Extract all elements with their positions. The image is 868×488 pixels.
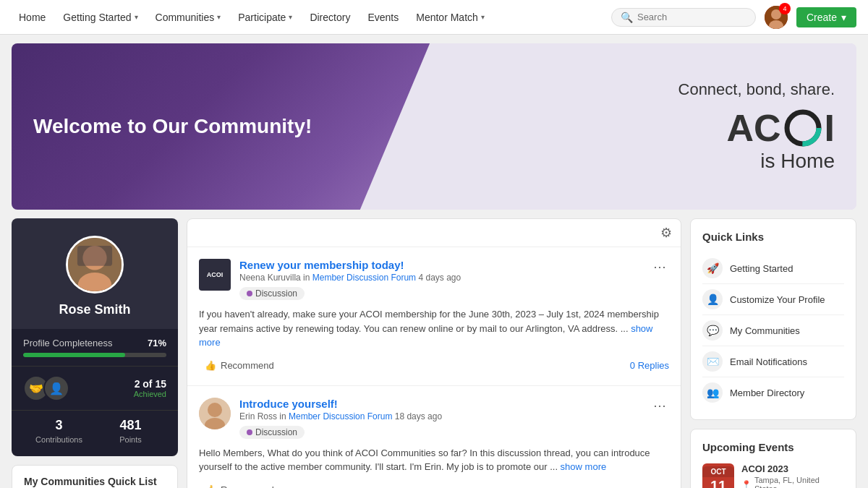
search-input[interactable] — [637, 12, 746, 22]
quick-link-label: Email Notifications — [730, 356, 807, 367]
event-date-badge: OCT 11 — [702, 463, 734, 488]
quick-link-label: Customize Your Profile — [730, 294, 825, 305]
post-body: Hello Members, What do you think of ACOI… — [199, 446, 669, 474]
post-meta: Renew your membership today! Neena Kuruv… — [239, 259, 642, 300]
search-box[interactable]: 🔍 — [611, 8, 756, 27]
quick-link-my-communities[interactable]: 💬 My Communities — [702, 315, 844, 346]
quick-link-customize-profile[interactable]: 👤 Customize Your Profile — [702, 284, 844, 315]
replies-link[interactable]: 0 Replies — [630, 360, 669, 371]
post-subtitle: Neena Kuruvilla in Member Discussion For… — [239, 273, 642, 283]
post-tag: Discussion — [239, 426, 305, 439]
center-feed: ⚙ ACOI Renew your membership today! Neen… — [187, 218, 681, 488]
badges-achieved-label: Achieved — [75, 390, 166, 398]
profile-contributions: 3 Contributions 481 Points — [12, 410, 178, 456]
hero-subtitle: is Home — [760, 150, 835, 173]
show-more-link[interactable]: show more — [199, 323, 652, 348]
feed-container: ⚙ ACOI Renew your membership today! Neen… — [187, 218, 681, 488]
event-location: 📍 Tampa, FL, United States — [741, 476, 844, 488]
event-month: OCT — [702, 466, 734, 477]
nav-communities[interactable]: Communities ▾ — [148, 7, 229, 27]
recommend-button[interactable]: 👍 Recommend — [199, 357, 280, 374]
create-label: Create — [807, 12, 837, 23]
forum-link[interactable]: Member Discussion Forum — [312, 273, 416, 283]
quick-links-card: Quick Links 🚀 Getting Started 👤 Customiz… — [690, 218, 856, 420]
chevron-down-icon: ▾ — [135, 13, 138, 21]
completeness-percentage: 71% — [148, 338, 166, 348]
profile-completeness-section: Profile Completeness 71% — [12, 329, 178, 366]
profile-stats: 🤝 👤 2 of 15 Achieved — [12, 366, 178, 410]
profile-name: Rose Smith — [59, 302, 130, 317]
notification-badge: 4 — [779, 3, 791, 14]
email-notifications-icon: ✉️ — [702, 351, 723, 372]
quick-link-label: My Communities — [730, 325, 800, 336]
badge-icon-2: 👤 — [43, 375, 69, 401]
contributions-label: Contributions — [35, 435, 82, 444]
profile-card: Rose Smith — [12, 218, 178, 329]
quick-link-getting-started[interactable]: 🚀 Getting Started — [702, 253, 844, 284]
search-icon: 🔍 — [621, 12, 633, 23]
quick-link-member-directory[interactable]: 👥 Member Directory — [702, 377, 844, 408]
event-name[interactable]: ACOI 2023 — [741, 463, 844, 474]
my-communities-icon: 💬 — [702, 320, 723, 341]
left-sidebar: Rose Smith Profile Completeness 71% 🤝 👤 … — [12, 218, 178, 488]
points-item: 481 Points — [95, 418, 166, 445]
post-footer: 👍 Recommend — [199, 481, 669, 489]
quick-link-label: Getting Started — [730, 263, 793, 274]
chevron-down-icon: ▾ — [289, 13, 292, 21]
nav-directory[interactable]: Directory — [302, 7, 357, 27]
post-more-button[interactable]: ⋯ — [650, 259, 669, 275]
profile-avatar[interactable] — [66, 236, 124, 294]
communities-quick-list: My Communities Quick List — [12, 465, 178, 488]
post-body: If you haven't already, make sure your A… — [199, 307, 669, 350]
post-header: Introduce yourself! Erin Ross in Member … — [199, 398, 669, 439]
chevron-down-icon: ▾ — [217, 13, 221, 21]
quick-link-email-notifications[interactable]: ✉️ Email Notifications — [702, 346, 844, 377]
nav-participate[interactable]: Participate ▾ — [231, 7, 299, 27]
nav-events[interactable]: Events — [360, 7, 406, 27]
event-info: ACOI 2023 📍 Tampa, FL, United States — [741, 463, 844, 488]
show-more-link[interactable]: show more — [561, 461, 607, 472]
getting-started-icon: 🚀 — [702, 258, 723, 278]
quick-links-title: Quick Links — [702, 231, 844, 243]
hero-logo-ac: AC — [726, 109, 780, 147]
nav-mentor-match-label: Mentor Match — [416, 12, 478, 23]
member-directory-icon: 👥 — [702, 382, 723, 403]
recommend-button[interactable]: 👍 Recommend — [199, 481, 280, 489]
post-title[interactable]: Renew your membership today! — [239, 259, 642, 271]
post-author-avatar — [199, 398, 231, 429]
post-meta: Introduce yourself! Erin Ross in Member … — [239, 398, 642, 439]
post-org-logo: ACOI — [199, 259, 231, 291]
nav-events-label: Events — [367, 12, 399, 23]
nav-home-label: Home — [19, 12, 46, 23]
feed-filter-bar: ⚙ — [187, 219, 681, 247]
svg-point-10 — [208, 403, 222, 417]
post-header: ACOI Renew your membership today! Neena … — [199, 259, 669, 300]
post-card: ACOI Renew your membership today! Neena … — [187, 247, 681, 386]
create-button[interactable]: Create ▾ — [796, 7, 856, 27]
post-more-button[interactable]: ⋯ — [650, 398, 669, 414]
event-day: 11 — [702, 477, 734, 488]
completeness-label-text: Profile Completeness — [23, 338, 113, 348]
navbar: Home Getting Started ▾ Communities ▾ Par… — [0, 0, 868, 35]
forum-link[interactable]: Member Discussion Forum — [289, 411, 392, 421]
points-label: Points — [119, 435, 142, 444]
nav-participate-label: Participate — [238, 12, 286, 23]
hero-banner: Welcome to Our Community! Connect, bond,… — [12, 43, 856, 210]
nav-directory-label: Directory — [310, 12, 350, 23]
nav-getting-started[interactable]: Getting Started ▾ — [56, 7, 145, 27]
tag-dot — [247, 429, 252, 435]
hero-tagline: Connect, bond, share. — [678, 80, 835, 99]
events-title: Upcoming Events — [702, 441, 844, 453]
main-layout: Rose Smith Profile Completeness 71% 🤝 👤 … — [0, 218, 868, 488]
hero-left-panel: Welcome to Our Community! — [12, 43, 476, 210]
tag-dot — [247, 291, 252, 296]
filter-icon[interactable]: ⚙ — [660, 225, 672, 241]
badges-icons: 🤝 👤 — [23, 375, 69, 401]
nav-mentor-match[interactable]: Mentor Match ▾ — [409, 7, 492, 27]
post-title[interactable]: Introduce yourself! — [239, 398, 642, 410]
thumbs-up-icon: 👍 — [205, 360, 216, 371]
quick-link-label: Member Directory — [730, 388, 804, 398]
contributions-item: 3 Contributions — [23, 418, 95, 445]
nav-home[interactable]: Home — [12, 7, 53, 27]
badges-achieved-count: 2 of 15 — [75, 378, 166, 390]
